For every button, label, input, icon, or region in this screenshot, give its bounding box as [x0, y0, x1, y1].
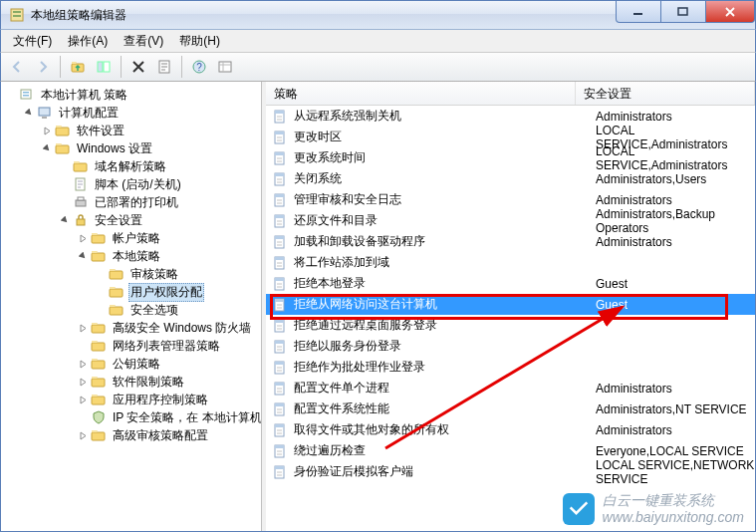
delete-button[interactable]: [126, 55, 150, 79]
expand-icon[interactable]: [41, 125, 53, 136]
list-row[interactable]: 将工作站添加到域: [266, 252, 755, 273]
tree-node-dns-policy[interactable]: 域名解析策略: [1, 157, 262, 175]
svg-rect-40: [92, 343, 105, 351]
node-label: 审核策略: [128, 265, 180, 284]
list-row[interactable]: 关闭系统Administrators,Users: [266, 168, 755, 189]
tree-node-local-policies[interactable]: 本地策略: [1, 247, 262, 265]
collapse-icon[interactable]: [41, 142, 53, 154]
menu-file[interactable]: 文件(F): [5, 31, 60, 52]
column-header-setting[interactable]: 安全设置: [576, 82, 755, 105]
tree-node-user-rights-assignment[interactable]: 用户权限分配: [1, 283, 262, 301]
tree-node-audit-policy[interactable]: 审核策略: [1, 265, 262, 283]
tree-node-software-settings[interactable]: 软件设置: [1, 122, 262, 139]
list-row[interactable]: 拒绝通过远程桌面服务登录: [266, 315, 755, 336]
tree-node-security-settings[interactable]: 安全设置: [1, 211, 262, 229]
list-row[interactable]: 配置文件系统性能Administrators,NT SERVICE: [266, 399, 755, 419]
svg-rect-8: [104, 62, 110, 72]
collapse-icon[interactable]: [23, 107, 35, 119]
up-button[interactable]: [66, 55, 90, 79]
back-button[interactable]: [5, 55, 29, 79]
main-split: 本地计算机 策略 计算机配置 软件设置 Windows 设置: [0, 82, 756, 532]
expand-icon[interactable]: [77, 376, 89, 388]
expand-icon[interactable]: [77, 322, 89, 334]
tree-node-root[interactable]: 本地计算机 策略: [1, 86, 262, 104]
tree-node-adv-firewall[interactable]: 高级安全 Windows 防火墙: [1, 319, 262, 337]
show-hide-tree-button[interactable]: [92, 55, 116, 79]
expand-icon[interactable]: [77, 394, 89, 405]
properties-button[interactable]: [152, 55, 176, 79]
watermark: 白云一键重装系统 www.baiyunxitong.com: [563, 492, 744, 526]
svg-rect-48: [92, 432, 105, 440]
tree-node-ip-security[interactable]: IP 安全策略，在 本地计算机: [1, 408, 262, 426]
svg-rect-12: [219, 62, 231, 72]
menu-view[interactable]: 查看(V): [116, 31, 171, 52]
column-header-policy[interactable]: 策略: [266, 82, 576, 105]
list-row[interactable]: 拒绝作为批处理作业登录: [266, 357, 755, 378]
svg-rect-38: [92, 325, 105, 333]
svg-rect-1: [13, 11, 21, 13]
collapse-icon[interactable]: [77, 250, 89, 262]
tree-pane[interactable]: 本地计算机 策略 计算机配置 软件设置 Windows 设置: [1, 82, 262, 531]
svg-marker-43: [92, 359, 98, 361]
list-row[interactable]: 还原文件和目录Administrators,Backup Operators: [266, 210, 755, 231]
menu-help[interactable]: 帮助(H): [171, 31, 228, 52]
svg-rect-3: [633, 13, 642, 15]
policy-name: 取得文件或其他对象的所有权: [294, 421, 596, 438]
list-pane[interactable]: 策略 安全设置 从远程系统强制关机Administrators更改时区LOCAL…: [266, 82, 755, 531]
forward-button[interactable]: [31, 55, 55, 79]
tree-node-adv-audit[interactable]: 高级审核策略配置: [1, 426, 262, 444]
node-label: 用户权限分配: [128, 283, 204, 302]
watermark-line1: 白云一键重装系统: [603, 492, 744, 509]
list-row[interactable]: 拒绝从网络访问这台计算机Guest: [266, 294, 755, 315]
tree-node-account-policies[interactable]: 帐户策略: [1, 229, 262, 247]
expander-icon[interactable]: [5, 89, 17, 101]
policy-item-icon: [272, 276, 288, 292]
svg-text:?: ?: [196, 62, 202, 73]
help-button[interactable]: ?: [187, 55, 211, 79]
svg-rect-75: [275, 362, 284, 365]
list-row[interactable]: 配置文件单个进程Administrators: [266, 378, 755, 399]
tree-node-windows-settings[interactable]: Windows 设置: [1, 139, 262, 157]
policy-item-icon: [272, 464, 288, 480]
tree-node-computer-config[interactable]: 计算机配置: [1, 104, 262, 122]
maximize-button[interactable]: [660, 1, 706, 23]
list-row[interactable]: 拒绝以服务身份登录: [266, 336, 755, 357]
tree-node-app-control[interactable]: 应用程序控制策略: [1, 391, 262, 408]
policy-name: 绕过遍历检查: [294, 442, 596, 459]
list-row[interactable]: 身份验证后模拟客户端LOCAL SERVICE,NETWORK SERVICE: [266, 461, 755, 482]
expand-icon[interactable]: [77, 358, 89, 370]
collapse-icon[interactable]: [59, 214, 71, 226]
policy-name: 更改时区: [294, 129, 596, 145]
close-button[interactable]: [705, 1, 755, 23]
export-list-button[interactable]: [213, 55, 237, 79]
tree-node-deployed-printers[interactable]: 已部署的打印机: [1, 193, 262, 211]
list-row[interactable]: 加载和卸载设备驱动程序Administrators: [266, 231, 755, 252]
folder-icon: [109, 302, 125, 318]
list-row[interactable]: 更改系统时间LOCAL SERVICE,Administrators: [266, 147, 755, 168]
policy-setting: Administrators: [596, 193, 755, 207]
window-controls: [617, 1, 755, 29]
folder-icon: [91, 374, 107, 390]
list-row[interactable]: 拒绝本地登录Guest: [266, 273, 755, 294]
expand-icon[interactable]: [77, 232, 89, 244]
policy-setting: Administrators,Users: [596, 172, 755, 186]
node-label: 帐户策略: [111, 229, 162, 248]
list-row[interactable]: 取得文件或其他对象的所有权Administrators: [266, 419, 755, 440]
policy-setting: Guest: [596, 277, 755, 291]
tree-node-scripts[interactable]: 脚本 (启动/关机): [1, 175, 262, 193]
tree-node-security-options[interactable]: 安全选项: [1, 301, 262, 319]
svg-rect-67: [275, 278, 284, 281]
policy-name: 拒绝本地登录: [294, 275, 596, 292]
policy-name: 从远程系统强制关机: [294, 108, 596, 125]
app-icon: [9, 7, 25, 23]
expand-icon[interactable]: [77, 429, 89, 441]
menu-action[interactable]: 操作(A): [60, 31, 116, 52]
policy-name: 拒绝作为批处理作业登录: [294, 359, 596, 376]
minimize-button[interactable]: [616, 1, 661, 23]
svg-rect-63: [275, 236, 284, 239]
svg-rect-13: [21, 90, 31, 99]
tree-node-network-list-mgr[interactable]: 网络列表管理器策略: [1, 337, 262, 355]
svg-rect-51: [275, 111, 284, 114]
tree-node-software-restriction[interactable]: 软件限制策略: [1, 373, 262, 391]
tree-node-public-key[interactable]: 公钥策略: [1, 355, 262, 373]
